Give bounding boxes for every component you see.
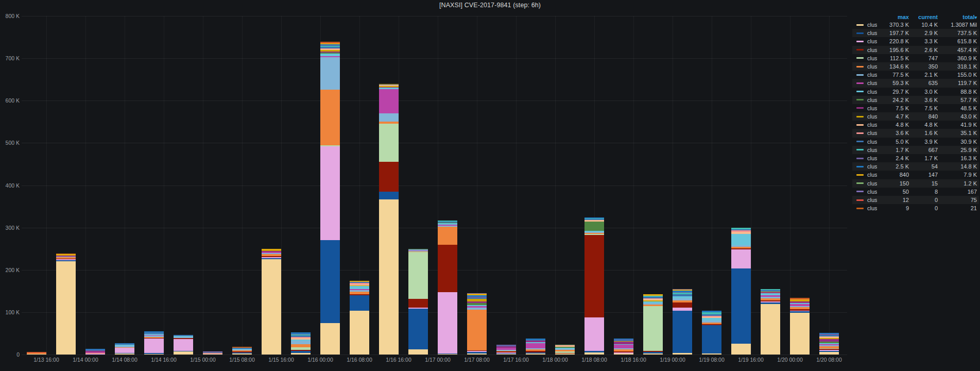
bar-segment-cluster010[interactable] xyxy=(702,353,721,355)
legend-series-name[interactable]: cluster013 xyxy=(867,104,877,112)
bar-segment-cluster002[interactable] xyxy=(85,353,105,355)
panel-title[interactable]: [NAXSI] CVE-2017-9841 (step: 6h) xyxy=(0,2,980,9)
legend-series-name[interactable]: cluster010 xyxy=(867,21,877,29)
bar-segment-cluster014[interactable] xyxy=(673,311,692,352)
bar-segment-cluster010[interactable] xyxy=(27,354,46,355)
legend-series-name[interactable]: cluster005 xyxy=(867,129,877,137)
legend-series-name[interactable]: cluster020 xyxy=(867,112,877,121)
stacked-bar[interactable] xyxy=(115,343,134,355)
legend-col-current[interactable]: current xyxy=(909,14,938,21)
stacked-bar[interactable] xyxy=(526,339,545,355)
stacked-bar[interactable] xyxy=(85,349,105,355)
legend-series-name[interactable]: cluster014 xyxy=(867,29,877,37)
stacked-bar[interactable] xyxy=(731,228,751,355)
stacked-bar[interactable] xyxy=(643,294,663,355)
bar-segment-cluster010[interactable] xyxy=(467,353,487,355)
bar-segment-cluster010[interactable] xyxy=(790,313,810,355)
legend-series-name[interactable]: cluster007 xyxy=(867,88,877,96)
bar-segment-cluster002[interactable] xyxy=(174,339,193,351)
bar-segment-cluster010[interactable] xyxy=(584,352,604,355)
legend-series-name[interactable]: cluster027 xyxy=(867,146,877,154)
bar-segment-cluster010[interactable] xyxy=(379,199,399,355)
bar-segment-cluster014[interactable] xyxy=(731,268,751,344)
legend-series-name[interactable]: cluster024 xyxy=(867,162,877,171)
bar-segment-cluster015[interactable] xyxy=(673,302,692,308)
bar-segment-cluster011[interactable] xyxy=(408,252,428,298)
bar-segment-cluster014[interactable] xyxy=(350,295,369,311)
bar-segment-cluster002[interactable] xyxy=(438,292,457,353)
stacked-bar[interactable] xyxy=(379,84,399,355)
legend-series-name[interactable]: cluster011 xyxy=(867,54,877,62)
bar-segment-cluster010[interactable] xyxy=(614,353,633,355)
bar-segment-cluster010[interactable] xyxy=(555,353,575,355)
stacked-bar[interactable] xyxy=(438,221,457,355)
bar-segment-cluster015[interactable] xyxy=(379,162,399,192)
bar-segment-cluster026[interactable] xyxy=(438,227,457,245)
legend-series-name[interactable]: cluster028 xyxy=(867,171,877,179)
stacked-bar[interactable] xyxy=(262,249,281,355)
legend-series-name[interactable]: cluster003 xyxy=(867,71,877,79)
bar-segment-cluster010[interactable] xyxy=(526,353,545,355)
bar-segment-cluster026[interactable] xyxy=(467,310,487,350)
stacked-bar[interactable] xyxy=(27,352,46,355)
bar-segment-cluster002[interactable] xyxy=(731,249,751,269)
stacked-bar[interactable] xyxy=(496,345,516,355)
bar-segment-cluster002[interactable] xyxy=(320,146,340,240)
bar-segment-cluster010[interactable] xyxy=(144,354,164,355)
stacked-bar[interactable] xyxy=(761,289,780,355)
bar-segment-cluster010[interactable] xyxy=(643,353,663,355)
bar-segment-cluster010[interactable] xyxy=(408,349,428,355)
legend-series-name[interactable]: cluster002 xyxy=(867,37,877,45)
stacked-bar[interactable] xyxy=(174,335,193,355)
bar-segment-cluster014[interactable] xyxy=(408,309,428,349)
bar-segment-cluster002[interactable] xyxy=(144,339,164,353)
stacked-bar[interactable] xyxy=(350,281,369,355)
legend-series-name[interactable]: cluster006 xyxy=(867,121,877,129)
legend-series-name[interactable]: cluster025 xyxy=(867,196,877,204)
bar-segment-cluster010[interactable] xyxy=(203,354,222,355)
bar-segment-cluster010[interactable] xyxy=(673,353,692,355)
bar-segment-cluster007[interactable] xyxy=(731,234,751,245)
bar-segment-cluster021[interactable] xyxy=(584,222,604,231)
stacked-bar[interactable] xyxy=(320,42,340,355)
legend-series-name[interactable]: cluster017 xyxy=(867,138,877,146)
bar-segment-cluster010[interactable] xyxy=(174,351,193,355)
stacked-bar[interactable] xyxy=(702,311,721,355)
bar-segment-cluster010[interactable] xyxy=(232,353,252,355)
bar-segment-cluster003[interactable] xyxy=(379,113,399,122)
bar-segment-cluster010[interactable] xyxy=(350,311,369,355)
bar-segment-cluster014[interactable] xyxy=(379,192,399,199)
bar-segment-cluster014[interactable] xyxy=(702,325,721,353)
bar-segment-cluster010[interactable] xyxy=(496,354,516,355)
stacked-bar[interactable] xyxy=(555,345,575,355)
stacked-bar[interactable] xyxy=(144,331,164,355)
bar-segment-cluster011[interactable] xyxy=(379,124,399,161)
stacked-bar[interactable] xyxy=(819,333,839,355)
legend-col-total[interactable]: total▾ xyxy=(938,14,979,21)
legend-series-name[interactable]: cluster022 xyxy=(867,188,877,196)
bar-segment-cluster010[interactable] xyxy=(115,353,134,355)
bar-segment-cluster010[interactable] xyxy=(731,344,751,355)
stacked-bar[interactable] xyxy=(408,249,428,355)
bar-segment-cluster010[interactable] xyxy=(438,354,457,355)
bar-segment-cluster010[interactable] xyxy=(320,323,340,355)
legend-series-name[interactable]: cluster012 xyxy=(867,154,877,162)
stacked-bar[interactable] xyxy=(673,289,692,355)
bar-segment-cluster010[interactable] xyxy=(56,261,76,355)
legend-series-name[interactable]: cluster026 xyxy=(867,62,877,71)
stacked-bar[interactable] xyxy=(584,217,604,355)
bar-segment-cluster015[interactable] xyxy=(438,245,457,292)
bar-segment-cluster010[interactable] xyxy=(761,304,780,355)
bar-segment-cluster015[interactable] xyxy=(584,235,604,317)
legend-col-max[interactable]: max xyxy=(877,14,909,21)
bar-segment-cluster002[interactable] xyxy=(115,348,134,353)
legend-series-name[interactable]: cluster021 xyxy=(867,96,877,104)
bar-segment-cluster003[interactable] xyxy=(320,57,340,90)
bar-segment-cluster002[interactable] xyxy=(584,317,604,351)
stacked-bar[interactable] xyxy=(203,351,222,355)
bar-segment-cluster026[interactable] xyxy=(320,90,340,145)
bar-segment-cluster011[interactable] xyxy=(643,306,663,351)
stacked-bar[interactable] xyxy=(614,339,633,355)
legend-series-name[interactable]: cluster015 xyxy=(867,46,877,54)
bar-segment-cluster010[interactable] xyxy=(262,259,281,355)
